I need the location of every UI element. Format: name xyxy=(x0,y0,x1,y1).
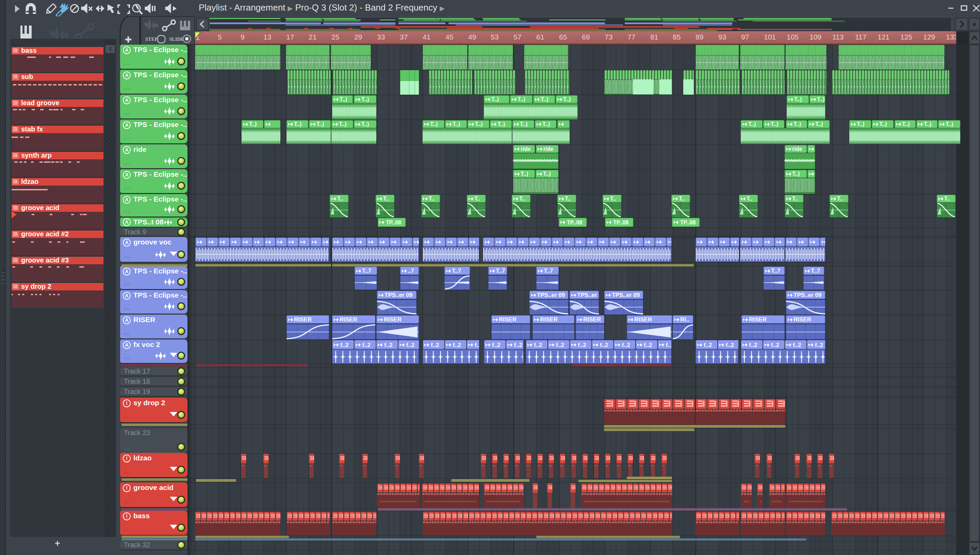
svg-text:T..): T..) xyxy=(748,121,756,127)
svg-text:T..): T..) xyxy=(339,121,346,127)
svg-text:T..): T..) xyxy=(793,121,801,127)
svg-text:T..): T..) xyxy=(317,121,324,127)
svg-text:T..): T..) xyxy=(491,96,499,102)
svg-text:T..: T.. xyxy=(337,196,343,202)
svg-text:T..7: T..7 xyxy=(496,268,505,274)
svg-text:T..): T..) xyxy=(452,121,460,127)
svg-text:RISER: RISER xyxy=(749,316,767,323)
svg-text:T..): T..) xyxy=(771,121,778,127)
svg-text:RISER: RISER xyxy=(540,316,558,323)
svg-text:T..: T.. xyxy=(679,196,685,202)
svg-text:T..7: T..7 xyxy=(544,268,553,274)
svg-text:T..): T..) xyxy=(430,121,438,127)
svg-text:T..): T..) xyxy=(946,121,953,127)
svg-text:T..: T.. xyxy=(610,196,616,202)
svg-text:..7: ..7 xyxy=(408,268,414,274)
svg-text:RISER: RISER xyxy=(294,316,312,323)
svg-text:T..: T.. xyxy=(474,196,480,202)
svg-text:RISER: RISER xyxy=(384,316,401,323)
svg-text:ride: ride xyxy=(544,146,553,152)
svg-text:RISER: RISER xyxy=(634,316,652,323)
svg-text:TPS..er 09: TPS..er 09 xyxy=(537,292,565,298)
svg-text:TPS..er 09: TPS..er 09 xyxy=(612,292,640,298)
svg-text:T..): T..) xyxy=(563,96,571,102)
svg-text:RISER: RISER xyxy=(340,316,357,323)
svg-text:ride: ride xyxy=(792,146,802,152)
svg-text:T..: T.. xyxy=(792,196,798,202)
svg-text:T..): T..) xyxy=(817,96,825,102)
svg-text:T..): T..) xyxy=(902,121,910,127)
svg-text:T..7: T..7 xyxy=(771,268,780,274)
svg-text:T..): T..) xyxy=(542,121,550,127)
svg-text:T..): T..) xyxy=(521,171,528,177)
svg-text:T..): T..) xyxy=(497,121,505,127)
svg-text:T..): T..) xyxy=(249,121,257,127)
svg-text:T..: T.. xyxy=(747,196,752,202)
svg-text:T..): T..) xyxy=(543,171,551,177)
svg-text:RISER: RISER xyxy=(499,316,516,323)
svg-text:TPS..er 09: TPS..er 09 xyxy=(385,292,412,298)
svg-text:T..): T..) xyxy=(361,121,369,127)
svg-text:T..): T..) xyxy=(520,121,528,127)
svg-text:TP..08: TP..08 xyxy=(567,220,582,225)
svg-text:T..): T..) xyxy=(340,96,347,102)
svg-text:T..: T.. xyxy=(383,196,389,202)
svg-text:TPS..er: TPS..er xyxy=(577,292,597,298)
svg-text:RI..: RI.. xyxy=(680,316,689,323)
svg-text:T..7: T..7 xyxy=(362,268,371,274)
svg-text:TP..08: TP..08 xyxy=(613,220,628,225)
svg-text:T..): T..) xyxy=(924,121,931,127)
svg-text:T..: T.. xyxy=(519,196,525,202)
svg-text:TPS..er 09: TPS..er 09 xyxy=(793,292,822,298)
svg-text:T..: T.. xyxy=(565,196,571,202)
svg-text:T..: T.. xyxy=(944,196,950,202)
svg-text:T..): T..) xyxy=(815,121,823,127)
svg-text:T..): T..) xyxy=(794,96,802,102)
svg-text:T..): T..) xyxy=(518,96,525,102)
svg-text:TP..08: TP..08 xyxy=(680,220,695,225)
svg-text:RISER: RISER xyxy=(793,316,811,323)
svg-text:T..: T.. xyxy=(837,196,843,202)
svg-text:T..): T..) xyxy=(475,121,483,127)
svg-text:ride: ride xyxy=(521,146,531,152)
svg-text:T..): T..) xyxy=(294,121,302,127)
svg-text:T..): T..) xyxy=(792,171,799,177)
svg-text:T..): T..) xyxy=(879,121,887,127)
svg-text:RISER: RISER xyxy=(583,316,601,323)
svg-text:T..): T..) xyxy=(541,96,548,102)
svg-text:T..: T.. xyxy=(429,196,435,202)
svg-text:T..): T..) xyxy=(857,121,864,127)
svg-text:TP..08: TP..08 xyxy=(386,220,401,225)
svg-text:T..): T..) xyxy=(361,96,369,102)
svg-text:T..7: T..7 xyxy=(811,268,820,274)
svg-text:T..7: T..7 xyxy=(452,268,461,274)
